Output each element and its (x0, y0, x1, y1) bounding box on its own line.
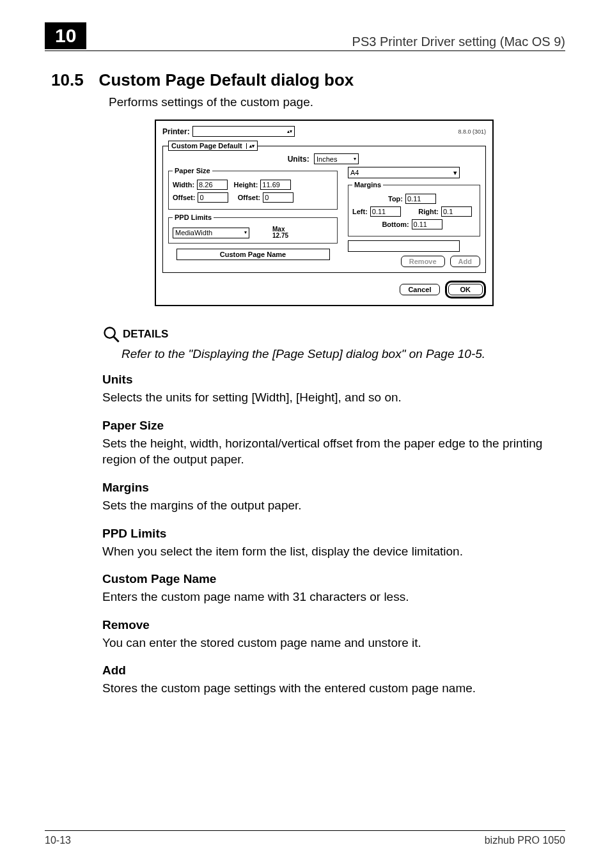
add-body: Stores the custom page settings with the… (102, 680, 559, 697)
magnifier-icon (102, 325, 120, 343)
svg-line-1 (114, 337, 119, 342)
svg-point-0 (105, 328, 115, 338)
section-number: 10.5 (51, 70, 84, 90)
details-heading: DETAILS (102, 325, 559, 343)
page-footer: 10-13 bizhub PRO 1050 (45, 830, 565, 846)
units-heading: Units (102, 373, 559, 387)
footer-page-number: 10-13 (45, 835, 71, 846)
remove-button[interactable]: Remove (401, 256, 445, 267)
offset1-label: Offset: (173, 194, 195, 201)
ppd-heading: PPD Limits (102, 527, 559, 541)
cpn-heading: Custom Page Name (102, 572, 559, 586)
paper-size-group: Paper Size Width: Height: Offset: (168, 167, 338, 210)
width-field[interactable] (197, 180, 228, 190)
top-label: Top: (388, 195, 403, 203)
ppd-limits-legend: PPD Limits (173, 213, 214, 221)
custom-page-name-field[interactable] (348, 240, 460, 252)
cancel-button[interactable]: Cancel (400, 284, 439, 295)
units-select[interactable]: Inches ▾ (314, 153, 359, 164)
right-label: Right: (418, 208, 439, 215)
left-field[interactable] (370, 206, 401, 217)
top-field[interactable] (405, 194, 436, 204)
bottom-field[interactable] (412, 219, 442, 229)
custom-page-default-group: Custom Page Default ▴▾ Units: Inches ▾ P… (162, 141, 486, 273)
updown-icon: ▴▾ (246, 143, 254, 149)
default-button-ring: OK (445, 281, 487, 298)
width-label: Width: (173, 181, 194, 189)
margins-group: Margins Top: Left: Right: (348, 181, 480, 236)
section-intro: Performs settings of the custom page. (109, 95, 559, 109)
chevron-down-icon: ▾ (354, 157, 356, 162)
add-heading: Add (102, 663, 559, 678)
remove-body: You can enter the stored custom page nam… (102, 635, 559, 651)
paper-size-legend: Paper Size (173, 167, 212, 174)
paper-body: Sets the height, width, horizontal/verti… (102, 435, 559, 468)
chevron-down-icon: ▾ (453, 169, 457, 177)
custom-page-name-label: Custom Page Name (176, 249, 330, 260)
printer-select[interactable]: ▴▾ (192, 126, 295, 137)
page-header: 10 PS3 Printer Driver setting (Mac OS 9) (45, 0, 565, 51)
section-heading: 10.5 Custom Page Default dialog box (51, 70, 559, 90)
bottom-label: Bottom: (382, 221, 409, 228)
paper-heading: Paper Size (102, 419, 559, 433)
left-label: Left: (352, 208, 368, 215)
margins-heading: Margins (102, 481, 559, 495)
offset2-label: Offset: (238, 194, 260, 201)
chapter-number: 10 (45, 22, 86, 49)
chevron-down-icon: ▾ (244, 230, 247, 235)
ok-button[interactable]: OK (448, 284, 483, 295)
printer-label: Printer: (162, 127, 190, 136)
dialog-version: 8.8.0 (301) (458, 128, 486, 135)
page-name-select[interactable]: A4 ▾ (348, 167, 460, 178)
footer-product: bizhub PRO 1050 (485, 835, 565, 846)
section-title: Custom Page Default dialog box (99, 70, 354, 90)
dialog-screenshot: Printer: ▴▾ 8.8.0 (301) Custom Page Defa… (90, 120, 559, 306)
updown-icon: ▴▾ (287, 129, 292, 134)
units-body: Selects the units for setting [Width], [… (102, 389, 559, 406)
ppd-item-select[interactable]: MediaWidth ▾ (173, 228, 249, 238)
ppd-limits-group: PPD Limits MediaWidth ▾ Max 12.75 (168, 213, 338, 244)
remove-heading: Remove (102, 618, 559, 632)
units-label: Units: (288, 155, 309, 164)
offset2-field[interactable] (263, 192, 293, 203)
header-title: PS3 Printer Driver setting (Mac OS 9) (352, 35, 565, 49)
cpd-legend[interactable]: Custom Page Default ▴▾ (168, 141, 258, 151)
margins-legend: Margins (352, 181, 383, 189)
details-label: DETAILS (123, 328, 168, 341)
height-label: Height: (233, 181, 258, 189)
custom-page-default-dialog: Printer: ▴▾ 8.8.0 (301) Custom Page Defa… (155, 120, 494, 306)
details-reference: Refer to the "Displaying the [Page Setup… (121, 347, 559, 361)
ppd-max-value: 12.75 (272, 232, 288, 239)
ppd-body: When you select the item form the list, … (102, 543, 559, 560)
right-field[interactable] (441, 206, 472, 217)
margins-body: Sets the margins of the output paper. (102, 497, 559, 514)
height-field[interactable] (260, 180, 291, 190)
offset1-field[interactable] (198, 192, 228, 203)
cpn-body: Enters the custom page name with 31 char… (102, 589, 559, 605)
add-button[interactable]: Add (450, 256, 480, 267)
